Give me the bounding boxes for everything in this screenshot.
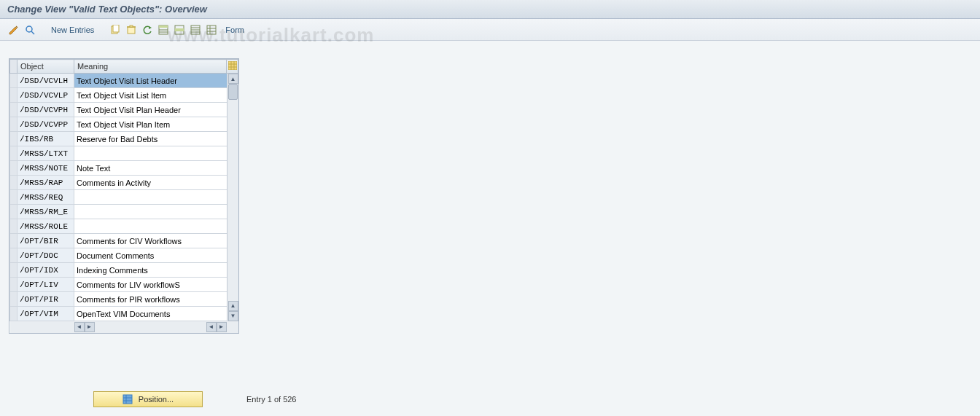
table-row[interactable]: /DSD/VCVPHText Object Visit Plan Header [10, 103, 238, 117]
row-selector[interactable] [10, 146, 18, 161]
column-header-meaning[interactable]: Meaning [74, 60, 227, 74]
scroll-down-icon[interactable]: ▼ [228, 311, 238, 321]
object-cell[interactable]: /OPT/VIM [18, 307, 74, 321]
table-row[interactable]: /MRSS/ROLE [10, 219, 238, 234]
object-cell[interactable]: /MRSS/RAP [18, 176, 74, 190]
object-cell[interactable]: /MRSS/NOTE [18, 161, 74, 176]
svg-rect-22 [228, 61, 237, 70]
table-row[interactable]: /DSD/VCVLHText Object Visit List Header [10, 74, 238, 88]
scroll-up-icon[interactable]: ▲ [228, 74, 238, 84]
meaning-cell[interactable]: Text Object Visit List Item [74, 88, 238, 103]
table-row[interactable]: /MRSS/LTXT [10, 146, 238, 161]
row-selector[interactable] [10, 219, 18, 234]
object-cell[interactable]: /OPT/IDX [18, 263, 74, 278]
meaning-cell[interactable]: OpenText VIM Documents [74, 307, 238, 321]
form-button[interactable]: Form [221, 25, 249, 34]
toggle-display-change-icon[interactable] [7, 23, 20, 36]
svg-rect-9 [159, 25, 168, 28]
select-all-icon[interactable] [157, 23, 170, 36]
row-selector[interactable] [10, 190, 18, 205]
svg-marker-7 [149, 26, 152, 29]
table-row[interactable]: /OPT/VIMOpenText VIM Documents [10, 307, 238, 321]
meaning-cell[interactable]: Indexing Comments [74, 263, 238, 278]
horizontal-scrollbar[interactable]: ◄ ► ◄ ► [10, 321, 238, 332]
meaning-cell[interactable]: Comments for PIR workflows [74, 292, 238, 307]
title-bar: Change View "Valid Text Objects": Overvi… [0, 0, 980, 19]
row-selector[interactable] [10, 263, 18, 278]
table-row[interactable]: /OPT/BIRComments for CIV Workflows [10, 234, 238, 248]
scroll-left-icon[interactable]: ◄ [74, 322, 85, 332]
meaning-cell[interactable]: Comments for CIV Workflows [74, 234, 238, 248]
row-selector[interactable] [10, 74, 18, 88]
row-selector[interactable] [10, 88, 18, 103]
row-selector[interactable] [10, 292, 18, 307]
object-cell[interactable]: /MRSS/ROLE [18, 219, 74, 234]
scroll-up-step-icon[interactable]: ▲ [228, 301, 238, 311]
table-row[interactable]: /OPT/LIVComments for LIV workflowS [10, 278, 238, 292]
scroll-right-step-icon[interactable]: ► [85, 322, 95, 332]
meaning-cell[interactable]: Comments for LIV workflowS [74, 278, 238, 292]
object-cell[interactable]: /OPT/LIV [18, 278, 74, 292]
scroll-left-step-icon[interactable]: ◄ [206, 322, 217, 332]
object-cell[interactable]: /DSD/VCVPH [18, 103, 74, 117]
row-selector[interactable] [10, 103, 18, 117]
row-selector[interactable] [10, 132, 18, 146]
table-row[interactable]: /MRSS/NOTENote Text [10, 161, 238, 176]
table-row[interactable]: /OPT/DOCDocument Comments [10, 248, 238, 263]
object-cell[interactable]: /IBS/RB [18, 132, 74, 146]
meaning-cell[interactable]: Note Text [74, 161, 238, 176]
object-cell[interactable]: /DSD/VCVLH [18, 74, 74, 88]
object-cell[interactable]: /MRSS/REQ [18, 190, 74, 205]
scroll-right-icon[interactable]: ► [217, 322, 227, 332]
row-selector[interactable] [10, 307, 18, 321]
copy-as-icon[interactable] [109, 23, 122, 36]
meaning-cell[interactable] [74, 190, 238, 205]
object-cell[interactable]: /OPT/BIR [18, 234, 74, 248]
meaning-cell[interactable]: Reserve for Bad Debts [74, 132, 238, 146]
row-selector[interactable] [10, 117, 18, 132]
table-row[interactable]: /MRSS/RM_E [10, 205, 238, 219]
new-entries-button[interactable]: New Entries [47, 25, 98, 34]
undo-change-icon[interactable] [141, 23, 154, 36]
position-button-label: Position... [139, 395, 174, 404]
meaning-cell[interactable]: Comments in Activity [74, 176, 238, 190]
meaning-cell[interactable] [74, 219, 238, 234]
other-view-icon[interactable] [23, 23, 36, 36]
column-header-object[interactable]: Object [18, 60, 74, 74]
row-selector[interactable] [10, 278, 18, 292]
vertical-scrollbar[interactable]: ▲ ▲ ▼ [227, 74, 238, 321]
row-selector[interactable] [10, 234, 18, 248]
table-row[interactable]: /DSD/VCVLPText Object Visit List Item [10, 88, 238, 103]
meaning-cell[interactable]: Text Object Visit Plan Header [74, 103, 238, 117]
object-cell[interactable]: /DSD/VCVLP [18, 88, 74, 103]
meaning-cell[interactable] [74, 205, 238, 219]
table-row[interactable]: /MRSS/RAPComments in Activity [10, 176, 238, 190]
row-selector[interactable] [10, 248, 18, 263]
meaning-cell[interactable]: Text Object Visit List Header [74, 74, 238, 88]
svg-line-1 [31, 31, 34, 34]
table-row[interactable]: /DSD/VCVPPText Object Visit Plan Item [10, 117, 238, 132]
table-row[interactable]: /OPT/PIRComments for PIR workflows [10, 292, 238, 307]
meaning-cell[interactable]: Text Object Visit Plan Item [74, 117, 238, 132]
object-cell[interactable]: /OPT/DOC [18, 248, 74, 263]
meaning-cell[interactable]: Document Comments [74, 248, 238, 263]
meaning-cell[interactable] [74, 146, 238, 161]
object-cell[interactable]: /DSD/VCVPP [18, 117, 74, 132]
select-all-corner[interactable] [10, 60, 18, 74]
object-cell[interactable]: /MRSS/LTXT [18, 146, 74, 161]
print-icon[interactable] [205, 23, 218, 36]
table-row[interactable]: /MRSS/REQ [10, 190, 238, 205]
deselect-all-icon[interactable] [189, 23, 202, 36]
object-cell[interactable]: /OPT/PIR [18, 292, 74, 307]
row-selector[interactable] [10, 161, 18, 176]
select-block-icon[interactable] [173, 23, 186, 36]
object-cell[interactable]: /MRSS/RM_E [18, 205, 74, 219]
scrollbar-thumb[interactable] [228, 84, 238, 100]
table-row[interactable]: /IBS/RBReserve for Bad Debts [10, 132, 238, 146]
table-row[interactable]: /OPT/IDXIndexing Comments [10, 263, 238, 278]
configure-columns-icon[interactable] [227, 60, 238, 74]
position-button[interactable]: Position... [93, 391, 203, 407]
delete-icon[interactable] [125, 23, 138, 36]
row-selector[interactable] [10, 205, 18, 219]
row-selector[interactable] [10, 176, 18, 190]
